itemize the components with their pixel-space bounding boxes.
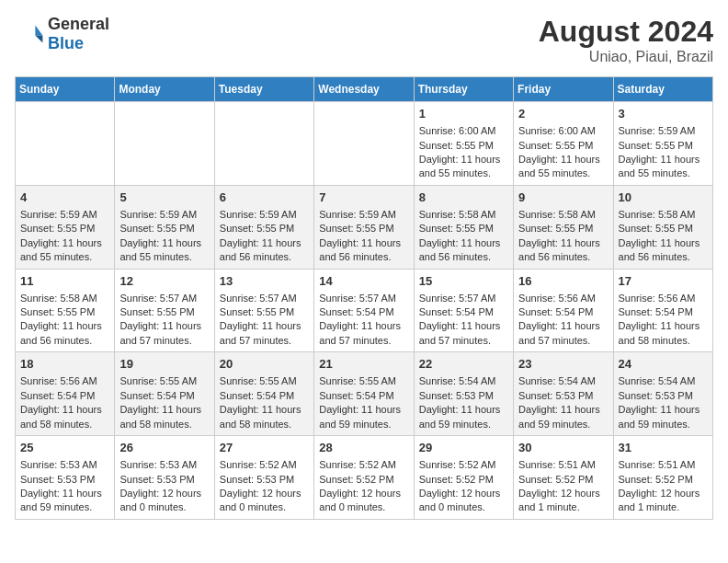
day-info-line: and 56 minutes.	[619, 250, 708, 264]
day-info-line: Sunrise: 5:57 AM	[319, 292, 408, 305]
day-info-line: Sunrise: 5:59 AM	[619, 124, 708, 138]
day-info-line: Daylight: 11 hours	[619, 236, 708, 250]
calendar-week-row: 18Sunrise: 5:56 AMSunset: 5:54 PMDayligh…	[16, 352, 713, 436]
day-info-line: and 55 minutes.	[619, 167, 708, 180]
day-info-line: Sunset: 5:53 PM	[518, 389, 608, 403]
day-info-line: Daylight: 11 hours	[419, 153, 508, 167]
day-info-line: Sunset: 5:55 PM	[619, 139, 708, 153]
day-info-line: Daylight: 11 hours	[518, 403, 608, 417]
day-info-line: and 59 minutes.	[419, 418, 508, 431]
logo-icon	[15, 19, 44, 49]
day-info-line: Sunrise: 5:59 AM	[319, 208, 408, 222]
day-number: 7	[319, 190, 408, 206]
day-info-line: Daylight: 11 hours	[119, 319, 209, 333]
day-info-line: Daylight: 11 hours	[419, 403, 508, 417]
day-info-line: Sunrise: 6:00 AM	[518, 124, 608, 138]
weekday-header-sunday: Sunday	[16, 77, 115, 102]
day-info-line: and 1 minute.	[518, 500, 608, 514]
location-subtitle: Uniao, Piaui, Brazil	[539, 49, 713, 65]
day-info-line: Sunset: 5:54 PM	[619, 305, 708, 319]
day-number: 17	[619, 273, 708, 290]
day-info-line: Sunrise: 5:51 AM	[619, 458, 708, 472]
day-number: 31	[619, 440, 708, 456]
weekday-header-monday: Monday	[115, 77, 214, 102]
day-info-line: and 59 minutes.	[319, 418, 408, 431]
day-info-line: Daylight: 11 hours	[518, 319, 608, 333]
calendar-cell: 22Sunrise: 5:54 AMSunset: 5:53 PMDayligh…	[414, 352, 513, 436]
day-info-line: Sunrise: 5:56 AM	[518, 292, 608, 305]
calendar-cell: 8Sunrise: 5:58 AMSunset: 5:55 PMDaylight…	[414, 185, 513, 269]
day-info-line: Daylight: 11 hours	[319, 403, 408, 417]
day-info-line: Sunrise: 5:57 AM	[220, 292, 309, 305]
calendar-cell: 29Sunrise: 5:52 AMSunset: 5:52 PMDayligh…	[414, 436, 513, 520]
day-number: 6	[220, 190, 309, 206]
day-info-line: Sunset: 5:53 PM	[619, 389, 708, 403]
day-info-line: Sunset: 5:55 PM	[220, 305, 309, 319]
day-info-line: and 55 minutes.	[119, 250, 209, 264]
day-number: 29	[419, 440, 508, 456]
day-info-line: and 57 minutes.	[518, 334, 608, 348]
day-number: 18	[20, 356, 109, 373]
calendar-cell: 21Sunrise: 5:55 AMSunset: 5:54 PMDayligh…	[314, 352, 414, 436]
calendar-cell: 10Sunrise: 5:58 AMSunset: 5:55 PMDayligh…	[613, 185, 712, 269]
day-info-line: Daylight: 11 hours	[20, 487, 109, 500]
day-info-line: Sunset: 5:55 PM	[518, 222, 608, 236]
day-info-line: Sunrise: 5:54 AM	[419, 374, 508, 388]
day-info-line: Sunset: 5:54 PM	[20, 389, 109, 403]
day-info-line: Sunset: 5:53 PM	[20, 473, 109, 487]
calendar-cell: 31Sunrise: 5:51 AMSunset: 5:52 PMDayligh…	[613, 436, 712, 520]
day-info-line: and 57 minutes.	[419, 334, 508, 348]
day-info-line: Sunset: 5:54 PM	[119, 389, 209, 403]
day-info-line: Sunrise: 5:55 AM	[319, 374, 408, 388]
day-info-line: Sunrise: 5:57 AM	[119, 292, 209, 305]
day-info-line: Sunrise: 5:58 AM	[518, 208, 608, 222]
day-number: 3	[619, 106, 708, 122]
day-number: 5	[119, 190, 209, 206]
day-number: 4	[20, 190, 109, 206]
day-info-line: and 55 minutes.	[419, 167, 508, 180]
calendar-cell: 16Sunrise: 5:56 AMSunset: 5:54 PMDayligh…	[514, 269, 613, 352]
day-info-line: Daylight: 11 hours	[220, 319, 309, 333]
day-info-line: Daylight: 11 hours	[619, 403, 708, 417]
calendar-cell: 2Sunrise: 6:00 AMSunset: 5:55 PMDaylight…	[514, 102, 613, 186]
calendar-week-row: 4Sunrise: 5:59 AMSunset: 5:55 PMDaylight…	[16, 185, 713, 269]
day-info-line: Sunset: 5:55 PM	[518, 139, 608, 153]
title-block: August 2024 Uniao, Piaui, Brazil	[539, 15, 713, 65]
day-info-line: Sunrise: 5:58 AM	[619, 208, 708, 222]
day-info-line: Sunrise: 6:00 AM	[419, 124, 508, 138]
day-info-line: and 0 minutes.	[419, 500, 508, 514]
day-info-line: Daylight: 11 hours	[220, 236, 309, 250]
day-info-line: Sunrise: 5:54 AM	[518, 374, 608, 388]
calendar-cell: 28Sunrise: 5:52 AMSunset: 5:52 PMDayligh…	[314, 436, 414, 520]
day-info-line: Sunset: 5:55 PM	[419, 139, 508, 153]
day-info-line: and 58 minutes.	[20, 418, 109, 431]
day-number: 1	[419, 106, 508, 122]
calendar-cell: 3Sunrise: 5:59 AMSunset: 5:55 PMDaylight…	[613, 102, 712, 186]
day-info-line: Daylight: 11 hours	[20, 403, 109, 417]
weekday-header-wednesday: Wednesday	[314, 77, 414, 102]
day-info-line: Sunrise: 5:55 AM	[119, 374, 209, 388]
day-info-line: Sunset: 5:52 PM	[619, 473, 708, 487]
day-number: 19	[119, 356, 209, 373]
day-info-line: Sunrise: 5:55 AM	[220, 374, 309, 388]
day-info-line: Sunrise: 5:59 AM	[20, 208, 109, 222]
day-info-line: Sunrise: 5:53 AM	[119, 458, 209, 472]
calendar-week-row: 11Sunrise: 5:58 AMSunset: 5:55 PMDayligh…	[16, 269, 713, 352]
calendar-cell: 11Sunrise: 5:58 AMSunset: 5:55 PMDayligh…	[16, 269, 115, 352]
calendar-cell: 24Sunrise: 5:54 AMSunset: 5:53 PMDayligh…	[613, 352, 712, 436]
weekday-header-row: SundayMondayTuesdayWednesdayThursdayFrid…	[16, 77, 713, 102]
day-info-line: Daylight: 11 hours	[518, 236, 608, 250]
day-info-line: Sunset: 5:54 PM	[319, 389, 408, 403]
weekday-header-thursday: Thursday	[414, 77, 513, 102]
day-info-line: Daylight: 12 hours	[319, 487, 408, 500]
day-info-line: Sunrise: 5:56 AM	[20, 374, 109, 388]
day-info-line: Sunset: 5:55 PM	[419, 222, 508, 236]
calendar-cell: 14Sunrise: 5:57 AMSunset: 5:54 PMDayligh…	[314, 269, 414, 352]
calendar-cell: 23Sunrise: 5:54 AMSunset: 5:53 PMDayligh…	[514, 352, 613, 436]
day-info-line: Sunset: 5:54 PM	[419, 305, 508, 319]
day-info-line: Sunset: 5:53 PM	[419, 389, 508, 403]
logo: General Blue	[15, 15, 109, 53]
day-info-line: Daylight: 11 hours	[220, 403, 309, 417]
day-info-line: Sunrise: 5:51 AM	[518, 458, 608, 472]
day-info-line: Daylight: 11 hours	[20, 236, 109, 250]
